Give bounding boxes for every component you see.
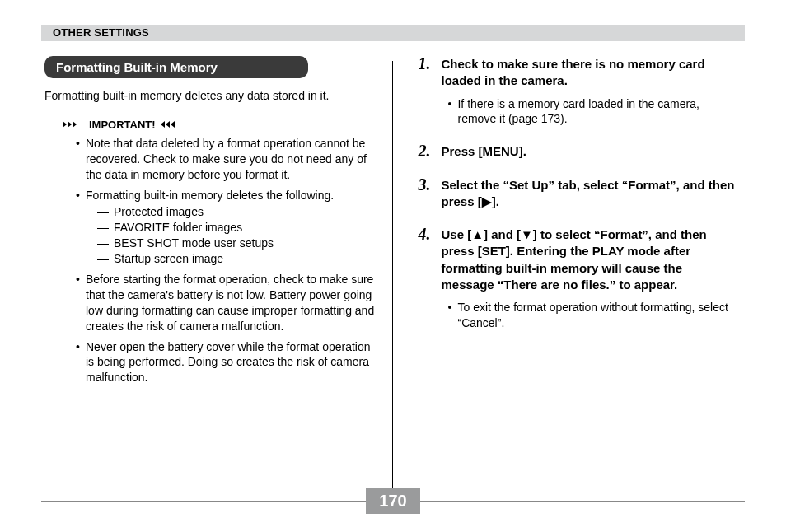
- step-number: 3.: [418, 174, 430, 196]
- deletes-item-2: FAVORITE folder images: [97, 220, 374, 236]
- important-bullet-3: Before starting the format operation, ch…: [76, 272, 374, 334]
- step-4-sub: To exit the format operation without for…: [441, 300, 737, 331]
- step-4-head: Use [▲] and [▼] to select “Format”, and …: [441, 226, 737, 293]
- step-3-head: Select the “Set Up” tab, select “Format”…: [441, 177, 737, 211]
- important-right-icon: [63, 119, 84, 129]
- section-header-text: OTHER SETTINGS: [53, 26, 149, 39]
- deletes-item-3: BEST SHOT mode user setups: [97, 236, 374, 251]
- step-2: 2. Press [MENU].: [418, 143, 737, 160]
- important-label: IMPORTANT!: [89, 119, 156, 131]
- step-number: 1.: [418, 53, 430, 75]
- deletes-list: Protected images FAVORITE folder images …: [86, 204, 374, 267]
- deletes-item-4: Startup screen image: [97, 251, 374, 267]
- important-bullet-1: Note that data deleted by a format opera…: [76, 136, 374, 183]
- manual-page: OTHER SETTINGS Formatting Built-in Memor…: [0, 0, 786, 532]
- page-number: 170: [366, 488, 419, 514]
- footer-rule-right: [420, 501, 745, 502]
- footer-line: 170: [41, 488, 745, 514]
- page-footer: 170: [41, 488, 745, 514]
- left-column: Formatting Built-in Memory Formatting bu…: [41, 56, 392, 506]
- step-number: 2.: [418, 140, 430, 162]
- step-number: 4.: [418, 223, 430, 245]
- section-title: Formatting Built-in Memory: [56, 60, 218, 74]
- step-4-sub-1: To exit the format operation without for…: [447, 300, 737, 331]
- section-intro: Formatting built-in memory deletes any d…: [44, 88, 374, 104]
- deletes-item-1: Protected images: [97, 204, 374, 220]
- step-4: 4. Use [▲] and [▼] to select “Format”, a…: [418, 226, 737, 331]
- important-bullet-2-text: Formatting built-in memory deletes the f…: [86, 189, 334, 202]
- important-bullet-list: Note that data deleted by a format opera…: [44, 136, 374, 385]
- content-columns: Formatting Built-in Memory Formatting bu…: [41, 56, 745, 506]
- section-header-bar: OTHER SETTINGS: [41, 25, 745, 41]
- steps-list: 1. Check to make sure there is no memory…: [418, 56, 737, 331]
- important-left-icon: [161, 119, 182, 129]
- important-label-row: IMPORTANT!: [63, 119, 374, 131]
- section-title-pill: Formatting Built-in Memory: [44, 56, 308, 78]
- footer-rule-left: [41, 501, 366, 502]
- step-2-head: Press [MENU].: [441, 143, 737, 160]
- step-3: 3. Select the “Set Up” tab, select “Form…: [418, 177, 737, 211]
- important-bullet-4: Never open the battery cover while the f…: [76, 339, 374, 386]
- important-bullet-2: Formatting built-in memory deletes the f…: [76, 188, 374, 267]
- step-1: 1. Check to make sure there is no memory…: [418, 56, 737, 127]
- step-1-sub: If there is a memory card loaded in the …: [441, 96, 737, 128]
- right-column: 1. Check to make sure there is no memory…: [393, 56, 745, 506]
- step-1-sub-1: If there is a memory card loaded in the …: [447, 96, 737, 128]
- step-1-head: Check to make sure there is no memory ca…: [441, 56, 737, 90]
